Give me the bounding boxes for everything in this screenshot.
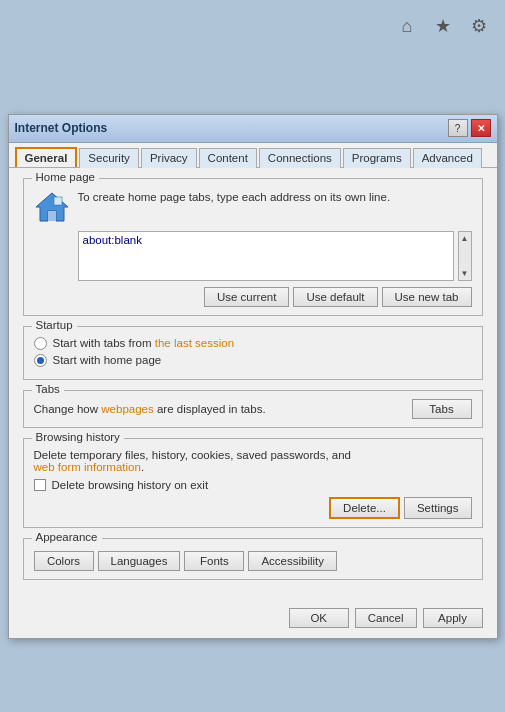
tab-content[interactable]: Content [199,148,257,168]
home-icon[interactable]: ⌂ [393,12,421,40]
home-page-input[interactable]: about:blank [78,231,454,281]
startup-option2-row: Start with home page [34,354,472,367]
tabs-row: Change how webpages are displayed in tab… [34,399,472,419]
home-page-description: To create home page tabs, type each addr… [78,189,472,203]
tab-privacy[interactable]: Privacy [141,148,197,168]
startup-label: Startup [32,319,77,331]
use-default-button[interactable]: Use default [293,287,377,307]
tab-connections[interactable]: Connections [259,148,341,168]
scroll-up-icon[interactable]: ▲ [459,232,471,245]
home-page-scrollbar[interactable]: ▲ ▼ [458,231,472,281]
dialog-body: Home page To create home page tabs, type… [9,168,497,602]
browsing-history-section: Browsing history Delete temporary files,… [23,438,483,528]
delete-button[interactable]: Delete... [329,497,400,519]
appearance-section-label: Appearance [32,531,102,543]
svg-rect-2 [54,197,62,205]
tab-general[interactable]: General [15,147,78,167]
languages-button[interactable]: Languages [98,551,181,571]
home-page-input-area: about:blank ▲ ▼ [78,231,472,281]
appearance-section: Appearance Colors Languages Fonts Access… [23,538,483,580]
apply-button[interactable]: Apply [423,608,483,628]
browsing-history-label: Browsing history [32,431,124,443]
tabs-bar: General Security Privacy Content Connect… [9,143,497,168]
home-page-label: Home page [32,171,99,183]
internet-options-dialog: Internet Options ? ✕ General Security Pr… [8,114,498,639]
help-button[interactable]: ? [448,119,468,137]
web-form-highlight: web form information [34,461,141,473]
delete-history-checkbox-row: Delete browsing history on exit [34,479,472,491]
close-button[interactable]: ✕ [471,119,491,137]
startup-radio2[interactable] [34,354,47,367]
dialog-title: Internet Options [15,121,448,135]
tabs-description: Change how webpages are displayed in tab… [34,403,266,415]
favorites-icon[interactable]: ★ [429,12,457,40]
startup-content: Start with tabs from the last session St… [34,337,472,367]
browsing-buttons: Delete... Settings [34,497,472,519]
startup-highlight: the last session [155,337,234,349]
startup-option1-row: Start with tabs from the last session [34,337,472,350]
tabs-section: Tabs Change how webpages are displayed i… [23,390,483,428]
title-bar-buttons: ? ✕ [448,119,491,137]
startup-radio1[interactable] [34,337,47,350]
startup-option2-label: Start with home page [53,354,162,366]
home-page-buttons: Use current Use default Use new tab [34,287,472,307]
svg-rect-1 [48,211,56,221]
startup-section: Startup Start with tabs from the last se… [23,326,483,380]
title-bar: Internet Options ? ✕ [9,115,497,143]
tab-security[interactable]: Security [79,148,139,168]
tabs-section-label: Tabs [32,383,64,395]
cancel-button[interactable]: Cancel [355,608,417,628]
ok-button[interactable]: OK [289,608,349,628]
startup-option1-label: Start with tabs from the last session [53,337,235,349]
webpages-highlight: webpages [101,403,153,415]
use-current-button[interactable]: Use current [204,287,289,307]
fonts-button[interactable]: Fonts [184,551,244,571]
colors-button[interactable]: Colors [34,551,94,571]
home-page-section: Home page To create home page tabs, type… [23,178,483,316]
appearance-buttons: Colors Languages Fonts Accessibility [34,551,472,571]
home-page-content: To create home page tabs, type each addr… [34,189,472,307]
browsing-history-content: Delete temporary files, history, cookies… [34,449,472,519]
settings-button[interactable]: Settings [404,497,472,519]
delete-history-checkbox[interactable] [34,479,46,491]
browsing-description: Delete temporary files, history, cookies… [34,449,472,473]
delete-history-label: Delete browsing history on exit [52,479,209,491]
accessibility-button[interactable]: Accessibility [248,551,337,571]
house-icon [34,189,70,225]
settings-icon[interactable]: ⚙ [465,12,493,40]
tabs-button[interactable]: Tabs [412,399,472,419]
tab-programs[interactable]: Programs [343,148,411,168]
home-page-row: To create home page tabs, type each addr… [34,189,472,225]
use-new-tab-button[interactable]: Use new tab [382,287,472,307]
tab-advanced[interactable]: Advanced [413,148,482,168]
dialog-footer: OK Cancel Apply [9,602,497,638]
scroll-down-icon[interactable]: ▼ [459,267,471,280]
